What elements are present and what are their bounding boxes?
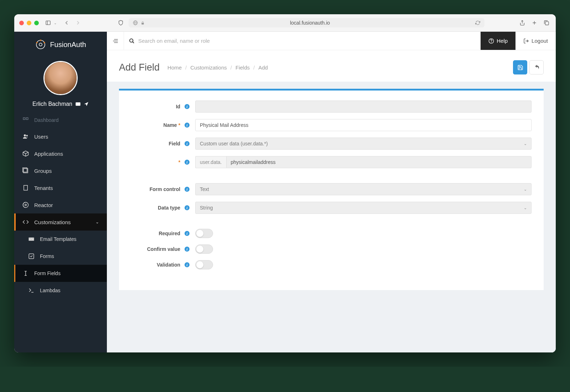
svg-rect-21 xyxy=(24,185,28,190)
browser-chrome: ⌄ local.fusionauth.io xyxy=(14,14,556,32)
svg-point-31 xyxy=(130,39,133,42)
logout-icon xyxy=(523,38,529,44)
undo-icon xyxy=(534,65,540,71)
username: Erlich Bachman xyxy=(32,101,72,107)
tabs-icon[interactable] xyxy=(542,19,551,27)
sidebar-item-dashboard[interactable]: Dashboard xyxy=(14,114,107,128)
svg-point-24 xyxy=(25,204,27,206)
location-arrow-icon[interactable] xyxy=(84,102,89,107)
key-input[interactable] xyxy=(226,156,532,168)
chevron-down-icon[interactable]: ⌄ xyxy=(54,21,57,25)
cube-icon xyxy=(22,150,29,157)
search-input[interactable] xyxy=(138,38,476,44)
svg-rect-5 xyxy=(141,23,144,25)
sidebar-item-groups[interactable]: Groups xyxy=(14,162,107,179)
form-control-select[interactable]: Text ⌄ xyxy=(195,183,532,195)
svg-point-34 xyxy=(491,42,492,42)
info-icon[interactable]: i xyxy=(185,123,190,128)
collapse-sidebar-button[interactable] xyxy=(107,32,124,50)
chevron-down-icon: ⌄ xyxy=(95,220,99,225)
info-icon[interactable]: i xyxy=(185,247,190,252)
sidebar-toggle-icon[interactable] xyxy=(44,19,52,27)
breadcrumb: Home / Customizations / Fields / Add xyxy=(167,65,268,71)
key-prefix: user.data. xyxy=(195,156,226,168)
field-label: Field xyxy=(169,141,180,146)
validation-label: Validation xyxy=(157,262,180,268)
info-icon[interactable]: i xyxy=(185,205,190,210)
sidebar-item-customizations[interactable]: Customizations ⌄ xyxy=(14,213,107,231)
required-label: Required xyxy=(159,231,180,236)
name-input[interactable] xyxy=(195,119,532,131)
breadcrumb-item[interactable]: Home xyxy=(167,65,182,71)
svg-rect-8 xyxy=(545,22,549,25)
breadcrumb-item[interactable]: Customizations xyxy=(190,65,227,71)
sidebar-item-tenants[interactable]: Tenants xyxy=(14,179,107,196)
chevron-down-icon: ⌄ xyxy=(524,187,527,192)
info-icon[interactable]: i xyxy=(185,231,190,236)
shield-icon[interactable] xyxy=(116,19,125,27)
sidebar-item-forms[interactable]: Forms xyxy=(14,248,107,265)
confirm-toggle[interactable] xyxy=(195,244,213,254)
svg-point-13 xyxy=(36,42,38,43)
brand-name: FusionAuth xyxy=(50,41,86,49)
info-icon[interactable]: i xyxy=(185,262,190,267)
back-button[interactable] xyxy=(62,18,72,28)
breadcrumb-item: Add xyxy=(258,65,268,71)
back-button[interactable] xyxy=(529,60,544,74)
close-window-button[interactable] xyxy=(19,21,24,25)
lock-icon xyxy=(141,21,145,25)
save-button[interactable] xyxy=(513,60,527,74)
logout-button[interactable]: Logout xyxy=(515,32,556,50)
info-icon[interactable]: i xyxy=(185,104,190,109)
data-type-select[interactable]: String ⌄ xyxy=(195,202,532,214)
svg-point-11 xyxy=(40,40,41,41)
info-icon[interactable]: i xyxy=(185,187,190,192)
minimize-window-button[interactable] xyxy=(27,21,31,25)
logo[interactable]: FusionAuth xyxy=(14,32,107,57)
chevron-down-icon: ⌄ xyxy=(524,206,527,210)
sidebar-item-users[interactable]: Users xyxy=(14,128,107,145)
save-icon xyxy=(517,65,523,71)
maximize-window-button[interactable] xyxy=(34,21,39,25)
id-input[interactable] xyxy=(195,100,532,113)
help-button[interactable]: Help xyxy=(481,32,515,50)
building-icon xyxy=(22,184,29,191)
info-icon[interactable]: i xyxy=(185,141,190,146)
sidebar-item-reactor[interactable]: Reactor xyxy=(14,196,107,213)
id-card-icon[interactable] xyxy=(75,101,81,107)
data-type-label: Data type xyxy=(158,205,180,211)
new-tab-icon[interactable] xyxy=(530,19,539,27)
avatar[interactable] xyxy=(43,61,78,95)
dashboard-icon xyxy=(22,117,29,124)
check-square-icon xyxy=(28,253,35,260)
form-panel: Id i Name* i Field i Custom user data (u… xyxy=(119,89,544,290)
form-control-label: Form control xyxy=(150,186,180,192)
window-controls xyxy=(19,21,39,25)
svg-point-10 xyxy=(39,43,42,46)
sidebar-item-form-fields[interactable]: Form Fields xyxy=(14,265,107,282)
required-toggle[interactable] xyxy=(195,229,213,238)
users-icon xyxy=(22,133,29,140)
svg-rect-0 xyxy=(46,21,50,25)
svg-point-18 xyxy=(26,135,28,137)
info-icon[interactable]: i xyxy=(185,160,190,165)
chevron-down-icon: ⌄ xyxy=(524,141,527,146)
sidebar-item-lambdas[interactable]: Lambdas xyxy=(14,282,107,299)
validation-toggle[interactable] xyxy=(195,260,213,269)
code-icon xyxy=(22,218,29,226)
page-title: Add Field xyxy=(119,62,160,73)
breadcrumb-item[interactable]: Fields xyxy=(235,65,250,71)
address-bar[interactable]: local.fusionauth.io xyxy=(129,18,484,27)
svg-rect-16 xyxy=(26,118,28,119)
envelope-icon xyxy=(28,236,35,243)
sidebar-item-email-templates[interactable]: Email Templates xyxy=(14,231,107,248)
share-icon[interactable] xyxy=(518,19,527,27)
sidebar-item-applications[interactable]: Applications xyxy=(14,145,107,162)
svg-rect-15 xyxy=(23,118,25,119)
reload-icon[interactable] xyxy=(475,20,480,25)
svg-rect-14 xyxy=(76,102,80,105)
field-select[interactable]: Custom user data (user.data.*) ⌄ xyxy=(195,138,532,150)
svg-rect-26 xyxy=(29,254,34,259)
forward-button[interactable] xyxy=(73,18,83,28)
terminal-icon xyxy=(28,287,35,294)
